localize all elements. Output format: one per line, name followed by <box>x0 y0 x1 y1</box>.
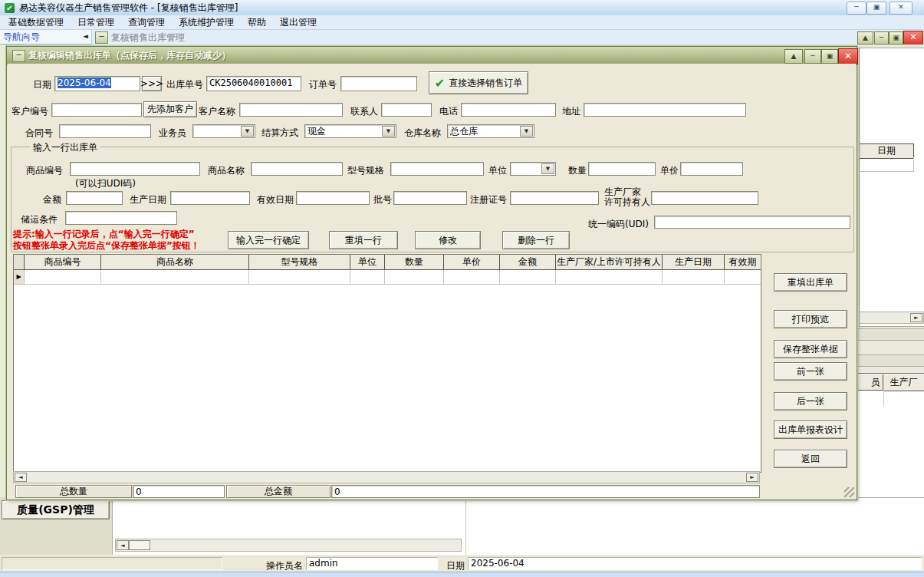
unit-label: 单位 <box>488 164 507 177</box>
dropdown-icon[interactable]: ▼ <box>541 163 554 174</box>
mdi-close-button[interactable]: ✕ <box>903 31 923 45</box>
dialog-sysmenu-icon[interactable]: ─ <box>12 50 25 62</box>
grid-cell <box>663 270 725 284</box>
amount-input[interactable] <box>66 191 123 205</box>
dialog-titlebar: ─ 复核编辑销售出库单（点保存后，库存自动减少） <box>7 47 857 64</box>
warehouse-label: 仓库名称 <box>404 127 441 140</box>
dialog-title: 复核编辑销售出库单（点保存后，库存自动减少） <box>28 49 231 62</box>
total-amount-value: 0 <box>331 485 760 498</box>
scroll-right-icon[interactable]: ► <box>910 313 922 322</box>
mdi-maximize-button[interactable]: ▣ <box>889 31 903 45</box>
background-hscrollbar[interactable]: ◄ <box>115 539 462 552</box>
select-sales-order-button[interactable]: ✔ 直接选择销售订单 <box>429 71 528 94</box>
unit-combobox[interactable]: ▼ <box>510 162 556 176</box>
amount-label: 金额 <box>43 193 61 206</box>
scroll-right-icon[interactable]: ► <box>746 473 758 482</box>
storage-input[interactable] <box>65 211 177 225</box>
price-input[interactable] <box>680 162 743 176</box>
close-button[interactable]: ✕ <box>889 2 912 15</box>
dialog-close-button[interactable]: ✕ <box>838 48 858 64</box>
menu-query[interactable]: 查询管理 <box>121 15 172 30</box>
previous-order-button[interactable]: 前一张 <box>774 362 847 381</box>
grid-header: 生产日期 <box>663 255 725 269</box>
grid-header: 有效期 <box>725 255 761 269</box>
minimize-button[interactable]: ─ <box>847 2 866 15</box>
salesman-combobox[interactable]: ▼ <box>192 124 255 138</box>
delete-line-button[interactable]: 删除一行 <box>502 231 570 249</box>
product-no-input[interactable] <box>70 162 200 176</box>
grid-empty-row[interactable]: ▶ <box>14 270 761 285</box>
grid-cell <box>725 270 761 284</box>
select-sales-order-label: 直接选择销售订单 <box>449 77 522 90</box>
dialog-maximize-button[interactable]: ▣ <box>821 49 838 64</box>
mdi-rollup-button[interactable]: ▲ <box>857 31 873 45</box>
report-design-button[interactable]: 出库单报表设计 <box>774 420 847 439</box>
titlebar: ✔ 易达美容仪器生产销售管理软件 - [复核销售出库管理] <box>0 0 924 16</box>
contact-label: 联系人 <box>350 105 378 118</box>
grid-header: 商品编号 <box>25 255 101 269</box>
dialog-rollup-button[interactable]: ▲ <box>784 49 803 64</box>
save-whole-order-button[interactable]: 保存整张单据 <box>774 340 847 358</box>
outbound-lines-grid[interactable]: 商品编号 商品名称 型号规格 单位 数量 单价 金额 生产厂家/上市许可持有人 … <box>13 254 761 473</box>
customer-name-input[interactable] <box>239 103 343 117</box>
scroll-left-icon[interactable]: ◄ <box>15 473 27 482</box>
product-name-input[interactable] <box>251 162 343 176</box>
total-qty-label: 总数量 <box>15 485 132 498</box>
manufacturer-input[interactable] <box>651 191 758 205</box>
background-grid-1-hscrollbar[interactable]: ► <box>859 312 924 324</box>
confirm-line-button[interactable]: 输入完一行确定 <box>228 231 309 249</box>
storage-label: 储运条件 <box>21 213 58 226</box>
add-customer-button[interactable]: 先添加客户 <box>143 101 197 117</box>
menu-daily[interactable]: 日常管理 <box>71 15 121 30</box>
batch-input[interactable] <box>393 191 467 205</box>
dropdown-icon[interactable]: ▼ <box>520 126 533 137</box>
grid-header: 单位 <box>350 255 385 269</box>
refill-line-button[interactable]: 重填一行 <box>329 231 398 249</box>
scrollbar-thumb[interactable] <box>129 540 150 550</box>
menu-help[interactable]: 帮助 <box>241 15 273 30</box>
address-label: 地址 <box>562 105 580 118</box>
nav-panel-header[interactable]: 导航向导 <box>0 30 92 45</box>
mdi-sysmenu-icon[interactable]: ─ <box>95 31 108 44</box>
restore-button[interactable]: ▣ <box>866 2 886 15</box>
menu-exit[interactable]: 退出管理 <box>273 15 324 30</box>
reg-no-input[interactable] <box>510 191 599 205</box>
address-input[interactable] <box>584 103 746 117</box>
udi-label: 统一编码(UDI) <box>588 218 649 231</box>
prod-date-input[interactable] <box>170 191 250 205</box>
menu-basic-data[interactable]: 基础数据管理 <box>2 15 71 30</box>
dialog-minimize-button[interactable]: ─ <box>804 49 821 64</box>
outbound-no-input[interactable]: CK2506040010001 <box>206 76 301 91</box>
date-input[interactable]: 2025-06-04 <box>54 76 140 91</box>
menu-system-maintenance[interactable]: 系统维护管理 <box>172 15 241 30</box>
contract-input[interactable] <box>59 124 151 138</box>
resize-grip[interactable] <box>844 487 854 497</box>
dropdown-icon[interactable]: ▼ <box>382 126 395 137</box>
background-divider-bar-2 <box>857 354 924 367</box>
grid-header: 金额 <box>500 255 556 269</box>
warehouse-combobox[interactable]: 总仓库 ▼ <box>447 124 534 138</box>
udi-input[interactable] <box>654 216 850 229</box>
valid-date-input[interactable] <box>296 191 370 205</box>
mdi-minimize-button[interactable]: ─ <box>874 31 889 45</box>
nav-collapse-icon[interactable]: ◄ <box>83 32 88 40</box>
spec-input[interactable] <box>390 162 484 176</box>
contact-input[interactable] <box>381 103 432 117</box>
next-order-button[interactable]: 后一张 <box>774 392 847 410</box>
modify-button[interactable]: 修改 <box>415 231 481 249</box>
grid-hscrollbar[interactable]: ◄ ► <box>13 471 760 483</box>
refill-outbound-button[interactable]: 重填出库单 <box>774 273 847 292</box>
grid-header: 商品名称 <box>101 255 249 269</box>
phone-input[interactable] <box>461 103 556 117</box>
qty-input[interactable] <box>588 162 656 176</box>
dropdown-icon[interactable]: ▼ <box>241 126 254 137</box>
print-preview-button[interactable]: 打印预览 <box>774 310 847 328</box>
return-button[interactable]: 返回 <box>774 450 847 468</box>
scroll-left-icon[interactable]: ◄ <box>117 540 129 550</box>
date-picker-button[interactable]: >>> <box>142 76 162 91</box>
background-divider-bar <box>857 328 924 341</box>
order-no-input[interactable] <box>340 76 417 91</box>
customer-no-input[interactable] <box>51 103 142 117</box>
nav-gsp-button[interactable]: 质量(GSP)管理 <box>2 500 110 519</box>
settlement-combobox[interactable]: 现金 ▼ <box>304 124 396 138</box>
